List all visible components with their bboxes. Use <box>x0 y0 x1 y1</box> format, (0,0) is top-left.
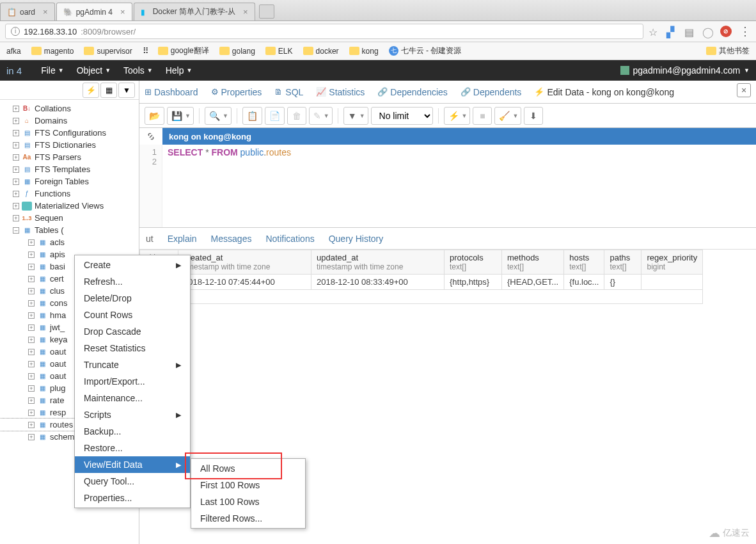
tree-foreign-tables[interactable]: +▦Foreign Tables <box>0 175 139 188</box>
col-header[interactable]: updated_attimestamp with time zone <box>311 250 445 275</box>
browser-tab-2[interactable]: ▮ Docker 简单入门教学-从 × <box>134 3 255 20</box>
bookmark-item[interactable]: docker <box>299 45 343 57</box>
ctx-truncate[interactable]: Truncate▶ <box>75 356 190 373</box>
col-header[interactable]: protocolstext[] <box>445 250 502 275</box>
other-bookmarks[interactable]: 其他书签 <box>702 44 753 58</box>
caret-down-icon[interactable]: ▼ <box>223 113 228 119</box>
filter-button[interactable]: ▼▼ <box>343 107 368 125</box>
ctx-backup[interactable]: Backup... <box>75 423 190 440</box>
clear-button[interactable]: 🧹▼ <box>494 107 521 125</box>
tree-sequences[interactable]: +1..3Sequen <box>0 212 139 224</box>
connection-icon[interactable] <box>139 128 162 145</box>
submenu-all-rows[interactable]: All Rows <box>191 460 305 477</box>
filter-button[interactable]: ▼ <box>118 83 135 98</box>
expand-icon[interactable]: + <box>13 166 19 173</box>
submenu-first-100[interactable]: First 100 Rows <box>191 477 305 493</box>
expand-icon[interactable]: + <box>13 203 19 209</box>
close-tab-button[interactable]: × <box>737 83 751 97</box>
cell[interactable]: {fu.loc... <box>564 275 604 290</box>
bookmark-item[interactable]: kong <box>345 45 382 57</box>
browser-menu-icon[interactable]: ⋮ <box>739 24 751 38</box>
save-button[interactable]: 💾▼ <box>167 107 194 125</box>
expand-icon[interactable]: + <box>28 239 35 246</box>
execute-button[interactable]: ⚡▼ <box>444 107 471 125</box>
expand-icon[interactable]: + <box>13 191 19 197</box>
col-header[interactable]: created_attimestamp with time zone <box>178 250 311 275</box>
expand-icon[interactable]: + <box>13 154 19 161</box>
tree-table-item[interactable]: +▦acls <box>0 236 139 248</box>
expand-icon[interactable]: + <box>28 385 35 392</box>
tab-dashboard[interactable]: ⊞Dashboard <box>145 87 198 97</box>
caret-down-icon[interactable]: ▼ <box>185 113 191 119</box>
result-tab-history[interactable]: Query History <box>329 234 384 244</box>
cell[interactable]: {} <box>604 275 642 290</box>
expand-icon[interactable]: + <box>28 373 35 380</box>
adblock-icon[interactable]: ⊘ <box>720 26 732 37</box>
bookmark-item[interactable]: supervisor <box>80 45 136 57</box>
browser-tab-0[interactable]: 📋 oard × <box>0 3 55 20</box>
collapse-icon[interactable]: – <box>13 227 19 234</box>
ctx-maintenance[interactable]: Maintenance... <box>75 390 190 406</box>
ctx-reset-stats[interactable]: Reset Statistics <box>75 340 190 356</box>
info-icon[interactable]: i <box>11 27 20 36</box>
menu-help[interactable]: Help▼ <box>166 65 193 76</box>
caret-down-icon[interactable]: ▼ <box>324 113 329 119</box>
col-header[interactable]: methodstext[] <box>502 250 564 275</box>
tree-fts-dict[interactable]: +▤FTS Dictionaries <box>0 139 139 151</box>
tree-fts-templates[interactable]: +▤FTS Templates <box>0 163 139 175</box>
menu-object[interactable]: Object▼ <box>77 65 111 76</box>
tree-tables[interactable]: –▦Tables ( <box>0 224 139 236</box>
tree-fts-config[interactable]: +▤FTS Configurations <box>0 127 139 139</box>
cell[interactable]: {HEAD,GET... <box>502 275 564 290</box>
expand-icon[interactable]: + <box>28 252 35 258</box>
ctx-properties[interactable]: Properties... <box>75 490 190 506</box>
expand-icon[interactable]: + <box>28 397 35 404</box>
tab-dependencies[interactable]: 🔗Dependencies <box>377 87 448 97</box>
bookmark-item[interactable]: ELK <box>262 45 297 57</box>
bookmark-item[interactable]: 七七牛云 - 创建资源 <box>385 44 466 58</box>
expand-icon[interactable]: + <box>13 179 19 185</box>
result-tab-explain[interactable]: Explain <box>168 234 197 244</box>
ctx-scripts[interactable]: Scripts▶ <box>75 406 190 423</box>
translate-icon[interactable]: ▞ <box>666 26 677 36</box>
stop-button[interactable]: ■ <box>473 107 492 125</box>
ctx-refresh[interactable]: Refresh... <box>75 273 190 290</box>
download-button[interactable]: ⬇ <box>524 107 543 125</box>
col-header[interactable]: pathstext[] <box>604 250 642 275</box>
submenu-filtered[interactable]: Filtered Rows... <box>191 510 305 527</box>
tree-domains[interactable]: +⌂Domains <box>0 115 139 127</box>
tab-properties[interactable]: ⚙Properties <box>211 87 262 97</box>
submenu-last-100[interactable]: Last 100 Rows <box>191 493 305 510</box>
col-header[interactable]: regex_prioritybigint <box>642 250 703 275</box>
ctx-query-tool[interactable]: Query Tool... <box>75 473 190 490</box>
cell[interactable]: 2018-12-10 07:45:44+00 <box>178 275 311 290</box>
tab-dependents[interactable]: 🔗Dependents <box>461 87 522 97</box>
expand-icon[interactable]: + <box>28 312 35 319</box>
cell[interactable]: {http,https} <box>445 275 502 290</box>
caret-down-icon[interactable]: ▼ <box>462 113 468 119</box>
bolt-button[interactable]: ⚡ <box>83 83 99 98</box>
expand-icon[interactable]: + <box>28 422 35 428</box>
expand-icon[interactable]: + <box>28 349 35 355</box>
caret-down-icon[interactable]: ▼ <box>512 113 518 119</box>
copy-button[interactable]: 📋 <box>242 107 262 125</box>
tree-functions[interactable]: +ƒFunctions <box>0 188 139 200</box>
bookmark-star-icon[interactable]: ☆ <box>649 26 659 36</box>
bookmark-item[interactable]: google翻译 <box>154 44 213 58</box>
find-button[interactable]: 🔍▼ <box>205 107 232 125</box>
bookmark-item[interactable]: ⠿ <box>139 45 152 57</box>
grid-button[interactable]: ▦ <box>100 83 117 98</box>
tab-sql[interactable]: 🗎SQL <box>274 87 303 97</box>
expand-icon[interactable]: + <box>13 118 19 124</box>
paste-button[interactable]: 📄 <box>265 107 285 125</box>
result-tab-output[interactable]: ut <box>146 234 154 244</box>
expand-icon[interactable]: + <box>28 288 35 294</box>
expand-icon[interactable]: + <box>28 324 35 331</box>
table-row[interactable]: 71c-... 2018-12-10 07:45:44+00 2018-12-1… <box>140 275 703 290</box>
edit-button[interactable]: ✎▼ <box>309 107 333 125</box>
bookmark-item[interactable]: magento <box>28 45 78 57</box>
expand-icon[interactable]: + <box>28 410 35 416</box>
expand-icon[interactable]: + <box>28 264 35 270</box>
extension-icon[interactable]: ▤ <box>684 26 695 36</box>
sql-editor[interactable]: 12 SELECT * FROM public.routes <box>139 145 756 228</box>
